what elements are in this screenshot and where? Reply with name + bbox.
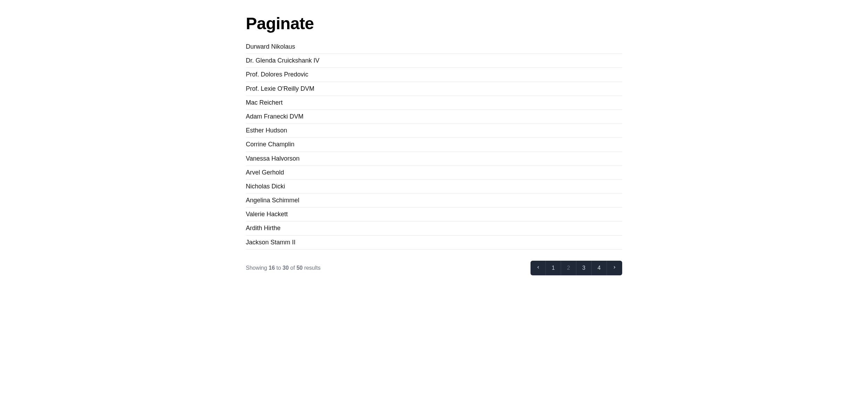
results-from: 16 [269, 265, 275, 271]
results-summary: Showing 16 to 30 of 50 results [246, 265, 320, 271]
user-item: Durward Nikolaus [246, 40, 622, 54]
pagination-page-1[interactable]: 1 [546, 261, 561, 275]
user-item: Arvel Gerhold [246, 166, 622, 180]
results-to: 30 [283, 265, 289, 271]
to-word: to [275, 265, 283, 271]
chevron-right-icon [612, 265, 617, 271]
results-total: 50 [297, 265, 303, 271]
user-item: Mac Reichert [246, 96, 622, 110]
user-item: Corrine Champlin [246, 138, 622, 152]
user-item: Angelina Schimmel [246, 194, 622, 208]
pagination-controls: 1234 [531, 261, 622, 275]
pagination-page-3[interactable]: 3 [576, 261, 592, 275]
user-item: Dr. Glenda Cruickshank IV [246, 54, 622, 68]
pagination-row: Showing 16 to 30 of 50 results 1234 [246, 261, 622, 275]
user-item: Esther Hudson [246, 124, 622, 138]
user-item: Prof. Lexie O'Reilly DVM [246, 82, 622, 96]
user-item: Adam Franecki DVM [246, 110, 622, 124]
results-word: results [303, 265, 321, 271]
pagination-prev-button[interactable] [531, 261, 546, 275]
user-item: Prof. Dolores Predovic [246, 68, 622, 82]
chevron-left-icon [536, 265, 541, 271]
user-list: Durward NikolausDr. Glenda Cruickshank I… [246, 40, 622, 250]
user-item: Nicholas Dicki [246, 180, 622, 194]
user-item: Vanessa Halvorson [246, 152, 622, 166]
user-item: Valerie Hackett [246, 208, 622, 221]
pagination-page-4[interactable]: 4 [592, 261, 607, 275]
of-word: of [289, 265, 297, 271]
showing-prefix: Showing [246, 265, 269, 271]
pagination-next-button[interactable] [607, 261, 622, 275]
user-item: Jackson Stamm II [246, 236, 622, 250]
pagination-page-2: 2 [561, 261, 576, 275]
page-title: Paginate [246, 14, 622, 33]
user-item: Ardith Hirthe [246, 221, 622, 235]
